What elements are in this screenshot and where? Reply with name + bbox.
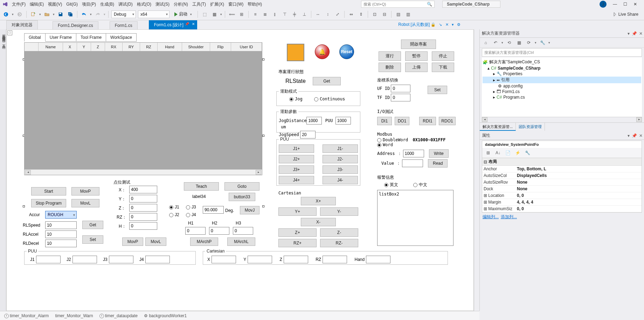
redo-button[interactable] (94, 10, 102, 18)
tab-designer-cs[interactable]: Form1.Designer.cs (53, 21, 98, 29)
close-button[interactable]: ✕ (633, 2, 637, 7)
marchp-button[interactable]: MArchP (190, 237, 218, 246)
movp-button[interactable]: MovP (71, 187, 99, 195)
addr-input[interactable] (403, 150, 424, 157)
menu-build[interactable]: 生成(B) (100, 1, 114, 7)
new-button[interactable] (29, 10, 37, 18)
align-4[interactable]: ⊤ (281, 10, 289, 18)
cart-z[interactable] (284, 256, 308, 263)
prop-wrench[interactable]: 🔧 (524, 149, 531, 157)
j1p-button[interactable]: J1+ (279, 144, 314, 153)
j4m-button[interactable]: J4- (323, 176, 358, 184)
open-drop[interactable]: ▾ (53, 13, 55, 16)
size-1[interactable]: ↔ (314, 10, 322, 18)
se-props[interactable]: 🔧 (539, 39, 546, 47)
delete-button[interactable]: 刪除 (379, 63, 401, 72)
radio-word[interactable] (377, 143, 381, 147)
menu-extensions[interactable]: 扩展(X) (210, 1, 224, 7)
se-showall[interactable]: ▦ (515, 39, 523, 47)
radio-j3[interactable] (186, 205, 190, 209)
xp-button[interactable]: X+ (301, 197, 336, 205)
col-shoulder[interactable]: Shoulder (182, 43, 210, 51)
pr-close[interactable]: ✕ (639, 133, 643, 138)
maximize-button[interactable]: ☐ (623, 2, 627, 7)
left-rail[interactable]: 服务器资源管理器 工具箱 (0, 29, 6, 311)
designer-surface[interactable]: ⟨⟩ Global User Frame Tool Frame WorkSpac… (6, 29, 474, 311)
marchl-button[interactable]: MArchL (227, 237, 255, 246)
platform-combo[interactable]: x64 (138, 10, 169, 18)
center-2[interactable]: ⊟ (381, 10, 388, 18)
zm-button[interactable]: Z- (320, 228, 358, 237)
col-ry[interactable]: RY (123, 43, 140, 51)
col-x[interactable]: X (63, 43, 77, 51)
col-rz[interactable]: RZ (140, 43, 158, 51)
solution-tree[interactable]: 🧩解决方案"SampleCode_CS ▴C#SampleCode_CSharp… (482, 57, 642, 117)
do1-button[interactable]: DO1 (395, 117, 409, 125)
jogdist-input[interactable] (306, 117, 322, 125)
radio-continuous[interactable] (314, 97, 318, 101)
menu-analyze[interactable]: 分析(N) (174, 1, 188, 7)
col-z[interactable]: Z (91, 43, 105, 51)
formtab-global[interactable]: Global (24, 33, 46, 42)
size-2[interactable]: ↕ (324, 10, 332, 18)
align-6[interactable]: ⊥ (300, 10, 308, 18)
live-share-button[interactable]: Live Share (612, 12, 642, 17)
tab-form1-cs[interactable]: Form1.cs (110, 21, 138, 29)
start-button[interactable]: Start (31, 187, 66, 195)
j2p-button[interactable]: J2+ (279, 155, 314, 163)
se-pin[interactable]: 📌 (632, 31, 637, 36)
in-h3[interactable] (233, 227, 253, 235)
stop2-button[interactable]: 停止 (432, 51, 454, 61)
tb-icon-2[interactable]: ▦ (210, 10, 218, 18)
config-combo[interactable]: Debug (111, 10, 136, 18)
ufid-input[interactable] (391, 85, 410, 92)
cart-hand[interactable] (366, 256, 390, 263)
read-button[interactable]: Read (428, 159, 448, 168)
run-button[interactable]: 運行 (379, 51, 401, 61)
align-3[interactable]: ⫿ (271, 10, 279, 18)
component-tray[interactable]: timer_Monitor_Alarm timer_Monitor_Warn t… (0, 311, 479, 320)
set-coord-button[interactable]: Set (428, 86, 447, 94)
col-y[interactable]: Y (77, 43, 91, 51)
col-hand[interactable]: Hand (158, 43, 182, 51)
zp-button[interactable]: Z+ (278, 228, 317, 237)
di1-button[interactable]: DI1 (377, 117, 392, 125)
upload-button[interactable]: 上傳 (405, 63, 428, 72)
puu-j2[interactable] (72, 256, 97, 263)
minimize-button[interactable]: — (613, 2, 617, 7)
alarm-icon[interactable] (315, 44, 330, 59)
se-dropdown[interactable]: ▾ (628, 31, 630, 36)
cart-y[interactable] (248, 256, 272, 263)
goto-button[interactable]: Goto (224, 182, 259, 191)
menu-edit[interactable]: 编辑(E) (30, 1, 44, 7)
menu-help[interactable]: 帮助(H) (248, 1, 262, 7)
menu-format[interactable]: 格式(O) (137, 1, 151, 7)
prop-az[interactable]: A↓ (494, 149, 502, 157)
properties-header[interactable]: 属性 ▾📌✕ (480, 131, 644, 140)
open-button[interactable] (43, 10, 51, 18)
order-1[interactable]: ▤ (394, 10, 402, 18)
write-button[interactable]: Write (429, 149, 449, 158)
prop-cat[interactable]: ⊞ (484, 149, 492, 157)
property-grid[interactable]: ⊟布局 AnchorTop, Bottom, L AutoSizeColDisp… (482, 158, 642, 213)
tag-glyph[interactable]: ⟨⟩ (7, 30, 12, 35)
align-left[interactable]: ⟸ (228, 10, 236, 18)
rdo1-button[interactable]: RDO1 (439, 117, 456, 125)
solution-name[interactable]: SampleCode_CSharp (442, 1, 500, 8)
tab-solution-explorer[interactable]: 解决方案资源管... (480, 123, 516, 131)
xm-button[interactable]: X- (301, 218, 336, 226)
account-icon[interactable]: J (600, 1, 607, 8)
solution-explorer-header[interactable]: 解决方案资源管理器 ▾📌✕ (480, 29, 644, 38)
col-rowhdr[interactable] (25, 43, 39, 51)
formtab-toolframe[interactable]: Tool Frame (76, 33, 106, 42)
save-button[interactable] (57, 10, 64, 18)
cart-x[interactable] (212, 256, 236, 263)
designer-vscroll[interactable] (474, 29, 479, 311)
pr-pin[interactable]: 📌 (632, 133, 637, 138)
save-all-button[interactable] (67, 10, 74, 18)
cart-rz[interactable] (323, 256, 347, 263)
open-project-button[interactable]: 開啟專案 (401, 40, 436, 49)
radio-j4[interactable] (186, 213, 190, 217)
new-drop[interactable]: ▾ (39, 13, 41, 16)
se-sync[interactable]: ⟲ (505, 39, 513, 47)
